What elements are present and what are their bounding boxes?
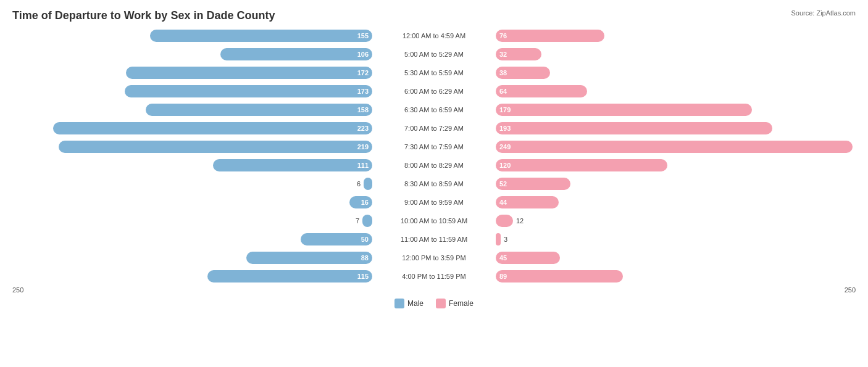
female-bar: 38: [496, 67, 550, 79]
legend-female-box: [436, 299, 446, 308]
chart-row: 710:00 AM to 10:59 AM12: [12, 212, 856, 229]
time-label: 10:00 AM to 10:59 AM: [372, 217, 496, 225]
female-bar: 32: [496, 48, 541, 60]
right-section: 12: [496, 215, 856, 227]
male-bar: 219: [59, 141, 372, 153]
male-outside-label: 6: [357, 180, 361, 188]
axis-right: 250: [845, 286, 856, 294]
male-bar: [364, 178, 372, 190]
female-outside-label: 3: [504, 236, 507, 243]
right-section: 120: [496, 159, 856, 171]
female-bar: 64: [496, 85, 587, 97]
male-bar-label: 88: [361, 254, 369, 262]
male-bar: 172: [126, 67, 372, 79]
male-bar-label: 111: [357, 162, 369, 169]
legend-male-box: [394, 299, 404, 308]
left-section: 223: [12, 122, 372, 134]
female-bar: 44: [496, 196, 559, 208]
chart-row: 1586:30 AM to 6:59 AM179: [12, 101, 856, 118]
legend-female: Female: [436, 299, 474, 308]
male-bar-label: 16: [361, 199, 369, 206]
female-bar-label: 193: [499, 125, 511, 132]
legend-male-label: Male: [407, 299, 424, 308]
female-bar-label: 76: [499, 32, 507, 39]
chart-row: 1154:00 PM to 11:59 PM89: [12, 268, 856, 285]
female-bar-label: 64: [499, 88, 507, 95]
male-bar-label: 158: [357, 106, 369, 113]
female-bar-label: 89: [499, 273, 507, 280]
time-label: 11:00 AM to 11:59 AM: [372, 236, 496, 243]
male-bar-label: 50: [361, 236, 369, 243]
right-section: 64: [496, 85, 856, 97]
right-section: 89: [496, 270, 856, 282]
male-bar: 16: [349, 196, 372, 208]
time-label: 7:30 AM to 7:59 AM: [372, 143, 496, 151]
chart-row: 1736:00 AM to 6:29 AM64: [12, 83, 856, 100]
right-section: 3: [496, 233, 856, 245]
legend-male: Male: [394, 299, 424, 308]
male-bar-label: 115: [357, 273, 369, 280]
left-section: 115: [12, 270, 372, 282]
male-bar-label: 219: [357, 143, 369, 151]
male-outside-label: 7: [356, 217, 359, 225]
left-section: 172: [12, 67, 372, 79]
left-section: 106: [12, 48, 372, 60]
right-section: 38: [496, 67, 856, 79]
left-section: 155: [12, 30, 372, 42]
chart-row: 1725:30 AM to 5:59 AM38: [12, 64, 856, 81]
axis-labels: 250 250: [12, 286, 856, 294]
time-label: 9:00 AM to 9:59 AM: [372, 199, 496, 206]
axis-left: 250: [12, 286, 23, 294]
female-bar-label: 120: [499, 162, 511, 169]
left-section: 219: [12, 141, 372, 153]
female-bar: [496, 215, 513, 227]
chart-row: 8812:00 PM to 3:59 PM45: [12, 249, 856, 266]
male-bar-label: 106: [357, 51, 369, 58]
female-bar: 45: [496, 252, 560, 264]
chart-row: 15512:00 AM to 4:59 AM76: [12, 27, 856, 44]
male-bar-label: 172: [357, 69, 369, 76]
female-bar-label: 52: [499, 180, 507, 188]
female-bar-label: 179: [499, 106, 511, 113]
male-bar: 155: [150, 30, 372, 42]
female-bar-label: 32: [499, 51, 507, 58]
male-bar: [362, 215, 372, 227]
right-section: 32: [496, 48, 856, 60]
chart-row: 2197:30 AM to 7:59 AM249: [12, 138, 856, 155]
male-bar: 88: [246, 252, 372, 264]
time-label: 8:30 AM to 8:59 AM: [372, 180, 496, 188]
male-bar: 223: [53, 122, 372, 134]
right-section: 52: [496, 178, 856, 190]
female-bar: 52: [496, 178, 570, 190]
right-section: 193: [496, 122, 856, 134]
left-section: 173: [12, 85, 372, 97]
chart-container: Time of Departure to Work by Sex in Dade…: [0, 0, 868, 367]
time-label: 5:30 AM to 5:59 AM: [372, 69, 496, 76]
time-label: 6:30 AM to 6:59 AM: [372, 106, 496, 113]
chart-row: 5011:00 AM to 11:59 AM3: [12, 231, 856, 248]
female-bar: 193: [496, 122, 772, 134]
left-section: 88: [12, 252, 372, 264]
left-section: 16: [12, 196, 372, 208]
female-bar: 89: [496, 270, 623, 282]
source-text: Source: ZipAtlas.com: [791, 9, 856, 17]
female-bar: [496, 233, 501, 245]
right-section: 44: [496, 196, 856, 208]
male-bar: 158: [146, 104, 372, 116]
time-label: 5:00 AM to 5:29 AM: [372, 51, 496, 58]
chart-area: 15512:00 AM to 4:59 AM761065:00 AM to 5:…: [12, 27, 856, 285]
left-section: 158: [12, 104, 372, 116]
male-bar-label: 223: [357, 125, 369, 132]
female-bar: 249: [496, 141, 853, 153]
left-section: 6: [12, 178, 372, 190]
chart-row: 68:30 AM to 8:59 AM52: [12, 175, 856, 192]
right-section: 179: [496, 104, 856, 116]
chart-row: 2237:00 AM to 7:29 AM193: [12, 120, 856, 137]
male-bar: 115: [207, 270, 372, 282]
male-bar: 50: [301, 233, 372, 245]
female-bar-label: 38: [499, 69, 507, 76]
male-bar-label: 173: [357, 88, 369, 95]
female-bar-label: 45: [499, 254, 507, 262]
female-bar: 179: [496, 104, 752, 116]
time-label: 8:00 AM to 8:29 AM: [372, 162, 496, 169]
